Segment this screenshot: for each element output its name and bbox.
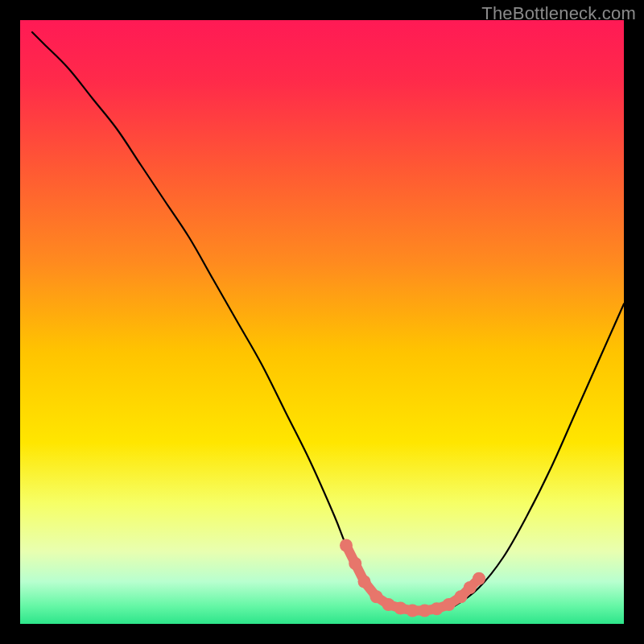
optimal-range-point: [349, 557, 361, 570]
chart-plot-area: [20, 20, 624, 624]
optimal-range-point: [443, 598, 456, 611]
optimal-range-point: [473, 572, 485, 585]
optimal-range-point: [407, 605, 419, 617]
optimal-range-point: [431, 602, 444, 615]
optimal-range-point: [370, 590, 383, 603]
optimal-range-point: [358, 576, 371, 588]
chart-svg: [20, 20, 624, 624]
watermark-text: TheBottleneck.com: [481, 3, 636, 24]
optimal-range-point: [340, 539, 353, 552]
optimal-range-point: [382, 598, 395, 611]
optimal-range-point: [419, 605, 431, 617]
optimal-range-point: [394, 602, 407, 615]
chart-frame: TheBottleneck.com: [0, 0, 644, 644]
gradient-background: [20, 20, 624, 624]
